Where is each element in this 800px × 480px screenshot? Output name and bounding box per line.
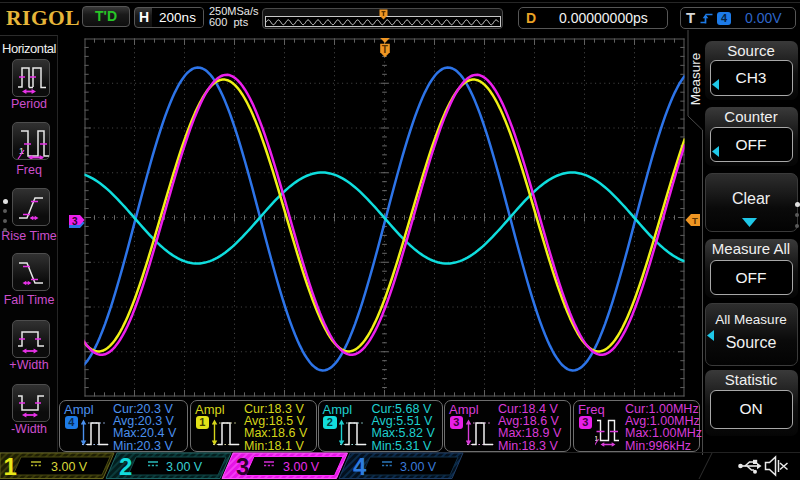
svg-text:4: 4	[353, 453, 367, 480]
svg-text:3.00 V: 3.00 V	[283, 460, 320, 474]
svg-text:T: T	[382, 44, 388, 55]
svg-text:3.00 V: 3.00 V	[51, 460, 88, 474]
svg-text:3.00 V: 3.00 V	[400, 460, 437, 474]
svg-text:1: 1	[4, 453, 17, 480]
svg-text:3: 3	[72, 215, 78, 226]
svg-text:3: 3	[236, 453, 249, 480]
svg-text:3.00 V: 3.00 V	[166, 460, 203, 474]
svg-text:2: 2	[119, 453, 132, 480]
